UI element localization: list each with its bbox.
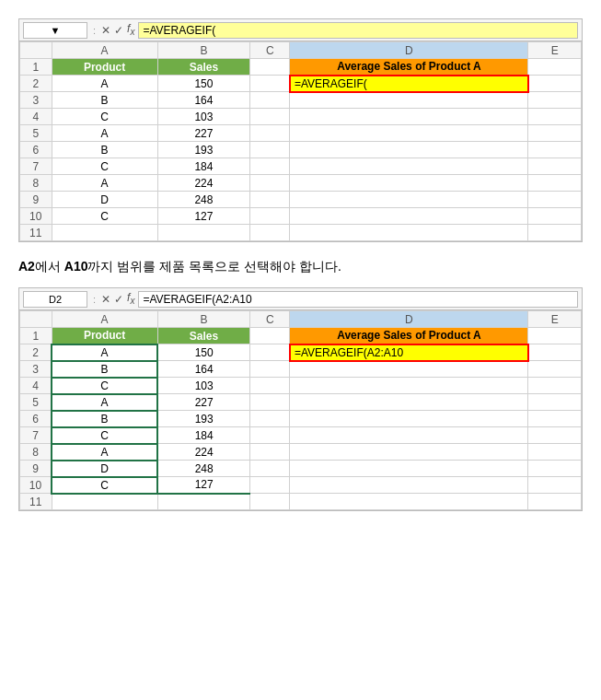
formula-input-1[interactable] bbox=[138, 22, 578, 39]
confirm-icon-1[interactable]: ✓ bbox=[114, 24, 123, 37]
col-header-c-2[interactable]: C bbox=[250, 311, 290, 328]
cell-b6[interactable]: 193 bbox=[157, 142, 250, 158]
cell2-d8[interactable] bbox=[290, 444, 528, 461]
col-header-d-2[interactable]: D bbox=[290, 311, 528, 328]
cell2-e3[interactable] bbox=[528, 361, 582, 378]
formula-input-2[interactable] bbox=[138, 291, 578, 308]
cell2-b6[interactable]: 193 bbox=[157, 411, 250, 427]
cell-e2[interactable] bbox=[528, 76, 582, 92]
cell-a4[interactable]: C bbox=[52, 109, 157, 125]
cell2-d5[interactable] bbox=[290, 394, 528, 411]
cell2-d7[interactable] bbox=[290, 427, 528, 444]
cell-c8[interactable] bbox=[250, 175, 290, 192]
cell2-e6[interactable] bbox=[528, 411, 582, 427]
col-header-e-1[interactable]: E bbox=[528, 42, 582, 59]
cell-c6[interactable] bbox=[250, 142, 290, 158]
cell-a9[interactable]: D bbox=[52, 192, 157, 208]
cell-c3[interactable] bbox=[250, 92, 290, 109]
cell-b8[interactable]: 224 bbox=[157, 175, 250, 192]
cell-a8[interactable]: A bbox=[52, 175, 157, 192]
function-icon-2[interactable]: fx bbox=[127, 291, 134, 306]
cell-a7[interactable]: C bbox=[52, 158, 157, 175]
cell-d3[interactable] bbox=[290, 92, 528, 109]
cell2-e10[interactable] bbox=[528, 477, 582, 494]
cell2-c10[interactable] bbox=[250, 477, 290, 494]
cell2-c8[interactable] bbox=[250, 444, 290, 461]
cell-a5[interactable]: A bbox=[52, 125, 157, 142]
cell-e6[interactable] bbox=[528, 142, 582, 158]
cell2-c11[interactable] bbox=[250, 494, 290, 510]
col-header-b-1[interactable]: B bbox=[157, 42, 250, 59]
cell2-c4[interactable] bbox=[250, 378, 290, 394]
cell-a10[interactable]: C bbox=[52, 208, 157, 225]
cell-e10[interactable] bbox=[528, 208, 582, 225]
cell-b7[interactable]: 184 bbox=[157, 158, 250, 175]
cell2-b3[interactable]: 164 bbox=[157, 361, 250, 378]
cell2-a5[interactable]: A bbox=[52, 394, 157, 411]
cell-b5[interactable]: 227 bbox=[157, 125, 250, 142]
cell-c10[interactable] bbox=[250, 208, 290, 225]
cell2-b8[interactable]: 224 bbox=[157, 444, 250, 461]
col-header-b-2[interactable]: B bbox=[157, 311, 250, 328]
cell-d4[interactable] bbox=[290, 109, 528, 125]
cell2-a6[interactable]: B bbox=[52, 411, 157, 427]
cell2-e7[interactable] bbox=[528, 427, 582, 444]
cell2-a11[interactable] bbox=[52, 494, 157, 510]
cell2-c5[interactable] bbox=[250, 394, 290, 411]
cell2-b9[interactable]: 248 bbox=[157, 461, 250, 477]
cell-e5[interactable] bbox=[528, 125, 582, 142]
cell-e9[interactable] bbox=[528, 192, 582, 208]
cell-c9[interactable] bbox=[250, 192, 290, 208]
col-header-a-2[interactable]: A bbox=[52, 311, 157, 328]
cell-e11[interactable] bbox=[528, 225, 582, 241]
cell-a6[interactable]: B bbox=[52, 142, 157, 158]
cell-c5[interactable] bbox=[250, 125, 290, 142]
cell-b9[interactable]: 248 bbox=[157, 192, 250, 208]
cell2-a3[interactable]: B bbox=[52, 361, 157, 378]
cell-e8[interactable] bbox=[528, 175, 582, 192]
cell2-a9[interactable]: D bbox=[52, 461, 157, 477]
cell2-e2[interactable] bbox=[528, 344, 582, 361]
cell-b1[interactable]: Sales bbox=[157, 59, 250, 76]
cell2-e4[interactable] bbox=[528, 378, 582, 394]
cell-c4[interactable] bbox=[250, 109, 290, 125]
cell2-d4[interactable] bbox=[290, 378, 528, 394]
cell2-e9[interactable] bbox=[528, 461, 582, 477]
cell-e4[interactable] bbox=[528, 109, 582, 125]
cell-d1[interactable]: Average Sales of Product A bbox=[290, 59, 528, 76]
cell2-b10[interactable]: 127 bbox=[157, 477, 250, 494]
cell2-c9[interactable] bbox=[250, 461, 290, 477]
confirm-icon-2[interactable]: ✓ bbox=[114, 293, 123, 306]
cell-b3[interactable]: 164 bbox=[157, 92, 250, 109]
cell-e1[interactable] bbox=[528, 59, 582, 76]
cell2-e11[interactable] bbox=[528, 494, 582, 510]
cell-a1[interactable]: Product bbox=[52, 59, 157, 76]
cell2-c6[interactable] bbox=[250, 411, 290, 427]
cell2-a10[interactable]: C bbox=[52, 477, 157, 494]
cell-d11[interactable] bbox=[290, 225, 528, 241]
cell-b4[interactable]: 103 bbox=[157, 109, 250, 125]
cell2-b4[interactable]: 103 bbox=[157, 378, 250, 394]
cell2-b5[interactable]: 227 bbox=[157, 394, 250, 411]
cell2-d11[interactable] bbox=[290, 494, 528, 510]
cell-c1[interactable] bbox=[250, 59, 290, 76]
cell2-c7[interactable] bbox=[250, 427, 290, 444]
cell2-d10[interactable] bbox=[290, 477, 528, 494]
col-header-e-2[interactable]: E bbox=[528, 311, 582, 328]
cell2-d9[interactable] bbox=[290, 461, 528, 477]
col-header-a-1[interactable]: A bbox=[52, 42, 157, 59]
cell2-b7[interactable]: 184 bbox=[157, 427, 250, 444]
cell-d8[interactable] bbox=[290, 175, 528, 192]
col-header-d-1[interactable]: D bbox=[290, 42, 528, 59]
cell2-a4[interactable]: C bbox=[52, 378, 157, 394]
name-box-1[interactable] bbox=[23, 22, 87, 39]
name-box-2[interactable] bbox=[23, 291, 87, 308]
cell2-e8[interactable] bbox=[528, 444, 582, 461]
cell-d5[interactable] bbox=[290, 125, 528, 142]
cell2-d3[interactable] bbox=[290, 361, 528, 378]
cell-a2[interactable]: A bbox=[52, 76, 157, 92]
cell-a3[interactable]: B bbox=[52, 92, 157, 109]
cell-d10[interactable] bbox=[290, 208, 528, 225]
cell2-d6[interactable] bbox=[290, 411, 528, 427]
cell2-e1[interactable] bbox=[528, 328, 582, 344]
